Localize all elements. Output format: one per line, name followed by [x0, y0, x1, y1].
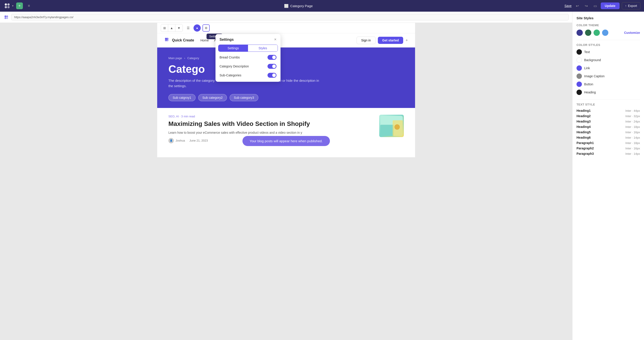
- grid-layout-button[interactable]: ⊞: [161, 24, 168, 32]
- link-color-label: Link: [584, 66, 590, 70]
- topbar-add-button[interactable]: +: [16, 2, 23, 9]
- down-arrow-button[interactable]: ▼: [175, 24, 182, 32]
- heading5-name: Heading5: [576, 130, 591, 134]
- button-color-swatch[interactable]: [576, 82, 582, 87]
- background-color-label: Background: [584, 58, 601, 62]
- up-arrow-button[interactable]: ▲: [168, 24, 175, 32]
- swatch-green[interactable]: [594, 29, 600, 36]
- sub-categories: Sub catgroy1 Sub category2 Sub category3: [168, 94, 404, 101]
- sub-categories-toggle[interactable]: [268, 73, 276, 78]
- plus-icon: +: [18, 3, 21, 8]
- swatch-dark-green[interactable]: [585, 29, 591, 36]
- sub-category-tag-2[interactable]: Sub category2: [198, 94, 227, 101]
- device-toggle-button[interactable]: ▭: [592, 2, 598, 9]
- blog-card: SEO, AI · 3 min read Maximizing Sales wi…: [168, 115, 404, 143]
- paragraph3-name: Paragraph3: [576, 152, 594, 156]
- redo-button[interactable]: ↪: [583, 2, 590, 9]
- author-avatar: 👤: [168, 138, 174, 143]
- sub-category-tag-1[interactable]: Sub catgroy1: [168, 94, 196, 101]
- settings-modal-header: Settings ×: [216, 34, 280, 42]
- toolbar-strip: ⊞ ▲ ▼ ☰ ● ⚙ Settings Settings × Settings: [157, 23, 415, 33]
- svg-point-15: [394, 124, 400, 130]
- blog-author: 👤 Joshua · June 21, 2023: [168, 138, 374, 143]
- get-started-button[interactable]: Get started: [378, 37, 404, 44]
- url-bar: [0, 12, 572, 23]
- settings-row-category-desc: Category Description: [220, 64, 276, 69]
- svg-point-0: [5, 3, 7, 5]
- image-caption-color-label: Image Caption: [584, 74, 604, 78]
- divider-1: [576, 40, 640, 40]
- panel-title: Site Styles: [576, 16, 640, 20]
- author-name: Joshua: [176, 139, 185, 142]
- paragraph1-meta: Inter · 18px: [626, 141, 640, 145]
- layout-buttons: ⊞ ▲ ▼: [161, 24, 183, 32]
- sign-in-button[interactable]: Sign in: [356, 36, 376, 44]
- text-style-heading4: Heading4 Inter · 18px: [576, 125, 640, 129]
- blog-title: Maximizing Sales with Video Section in S…: [168, 120, 374, 128]
- undo-button[interactable]: ↩: [574, 2, 580, 9]
- url-input[interactable]: [11, 14, 569, 20]
- sub-category-tag-3[interactable]: Sub category3: [230, 94, 258, 101]
- breadcrumb: Main page › Category: [168, 56, 404, 60]
- category-hero: Main page › Category Catego The descript…: [157, 47, 415, 108]
- paragraph2-meta: Inter · 16px: [626, 147, 640, 150]
- heading2-name: Heading2: [576, 114, 591, 118]
- image-caption-color-swatch[interactable]: [576, 73, 582, 79]
- color-style-button: Button: [576, 82, 640, 87]
- text-style-heading6: Heading6 Inter · 14px: [576, 136, 640, 139]
- customize-link[interactable]: Customize: [624, 31, 640, 34]
- circle-button[interactable]: ●: [194, 24, 201, 32]
- text-style-heading3: Heading3 Inter · 24px: [576, 120, 640, 123]
- nav-logo-text: Quick Create: [172, 38, 194, 42]
- topbar-grid-button[interactable]: ≡: [26, 2, 32, 9]
- category-desc-toggle[interactable]: [268, 64, 276, 69]
- settings-modal-close-button[interactable]: ×: [274, 37, 276, 42]
- export-icon: ↑: [625, 4, 627, 8]
- right-panel: Site Styles Color theme Customize Color …: [572, 12, 644, 340]
- svg-point-2: [5, 6, 7, 8]
- canvas-area: ⊞ ▲ ▼ ☰ ● ⚙ Settings Settings × Settings: [0, 12, 572, 340]
- settings-tabs: Settings Styles: [218, 45, 278, 52]
- background-color-swatch[interactable]: [576, 57, 582, 63]
- text-style-paragraph1: Paragraph1 Inter · 18px: [576, 141, 640, 145]
- tab-styles[interactable]: Styles: [248, 45, 278, 51]
- heading-color-swatch[interactable]: [576, 90, 582, 95]
- tab-settings[interactable]: Settings: [218, 45, 248, 51]
- link-color-swatch[interactable]: [576, 65, 582, 71]
- export-button[interactable]: ↑ Export: [622, 2, 640, 9]
- topbar-right: Save ↩ ↪ ▭ Update ↑ Export: [564, 2, 640, 9]
- settings-button[interactable]: ⚙: [202, 24, 210, 32]
- align-button[interactable]: ☰: [184, 24, 192, 32]
- heading2-meta: Inter · 32px: [626, 114, 640, 118]
- topbar-chevron[interactable]: ▾: [12, 4, 14, 7]
- breadcrumbs-toggle[interactable]: [268, 55, 276, 60]
- blog-excerpt: Learn how to boost your eCommerce sales …: [168, 130, 308, 135]
- swatch-dark-purple[interactable]: [576, 29, 583, 36]
- color-style-link: Link: [576, 65, 640, 71]
- blog-text: SEO, AI · 3 min read Maximizing Sales wi…: [168, 115, 374, 143]
- breadcrumb-main[interactable]: Main page: [168, 56, 182, 60]
- settings-rows: Bread Crumbs Category Description Sub-Ca…: [216, 52, 280, 82]
- update-button[interactable]: Update: [601, 2, 619, 9]
- nav-add-button[interactable]: +: [406, 38, 408, 43]
- color-style-image-caption: Image Caption: [576, 73, 640, 79]
- blog-thumbnail: [379, 115, 404, 137]
- author-separator: ·: [187, 139, 188, 142]
- thumbnail-image: [380, 116, 403, 136]
- text-color-swatch[interactable]: [576, 49, 582, 55]
- svg-point-6: [4, 17, 6, 19]
- text-style-label: Text Style: [576, 103, 640, 106]
- swatch-blue[interactable]: [602, 29, 608, 36]
- heading3-meta: Inter · 24px: [626, 120, 640, 123]
- svg-point-3: [8, 6, 10, 8]
- settings-modal-title: Settings: [220, 38, 234, 42]
- save-link[interactable]: Save: [564, 4, 572, 8]
- color-styles-list: Text Background Link Image Caption Butto…: [576, 49, 640, 95]
- category-desc-label: Category Description: [220, 64, 249, 68]
- breadcrumb-category[interactable]: Category: [187, 56, 199, 60]
- page-title: Category Page: [290, 4, 313, 8]
- sub-categories-label: Sub-Categories: [220, 73, 241, 77]
- breadcrumb-separator: ›: [184, 56, 185, 60]
- heading3-name: Heading3: [576, 120, 591, 123]
- color-style-background: Background: [576, 57, 640, 63]
